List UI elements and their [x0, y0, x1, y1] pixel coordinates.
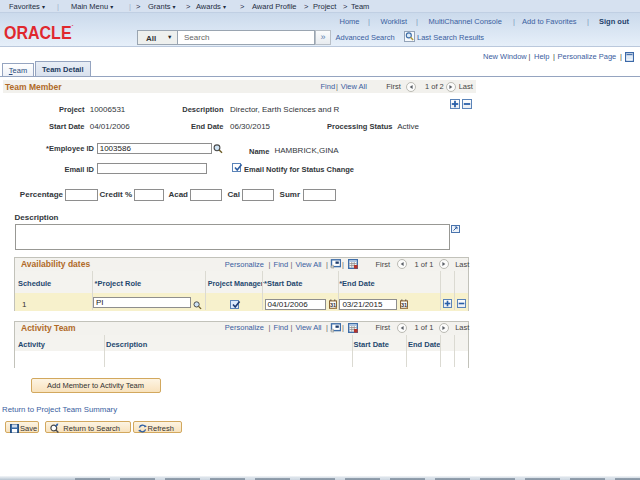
- svg-text:31: 31: [401, 301, 407, 307]
- svg-text:31: 31: [330, 301, 336, 307]
